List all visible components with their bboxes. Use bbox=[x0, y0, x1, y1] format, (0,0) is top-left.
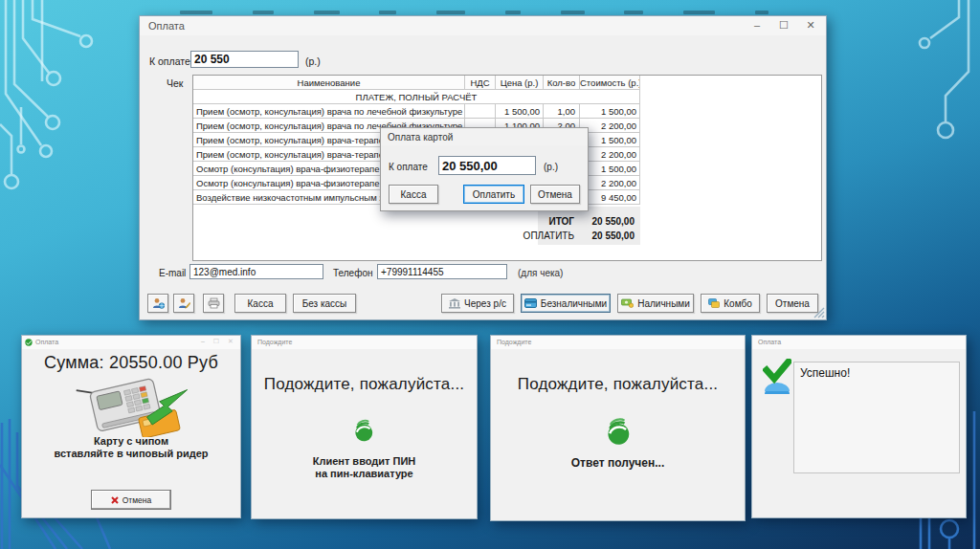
pin-status-line1: Клиент вводит ПИН bbox=[252, 455, 477, 468]
cancel-x-icon bbox=[111, 496, 119, 504]
success-window: Оплата Успешно! bbox=[751, 335, 967, 518]
payment-band-row: ПЛАТЕЖ, ПОЛНЫЙ РАСЧЁТ bbox=[193, 90, 640, 104]
amount-input[interactable] bbox=[190, 51, 299, 68]
bank-icon bbox=[449, 298, 460, 309]
terminal-window-titlebar[interactable]: Оплата – ☐ ✕ bbox=[22, 336, 240, 349]
phone-label: Телефон bbox=[333, 268, 372, 278]
success-panel: Успешно! bbox=[793, 362, 960, 473]
client-web-button[interactable] bbox=[147, 294, 168, 313]
resize-grip[interactable] bbox=[813, 307, 825, 318]
card-dialog-title: Оплата картой bbox=[388, 132, 453, 143]
close-button[interactable]: ✕ bbox=[226, 338, 235, 345]
cell-price: 1 500,00 bbox=[496, 104, 544, 119]
success-check-icon bbox=[763, 359, 791, 395]
sberbank-logo-icon bbox=[352, 418, 375, 443]
dialog-pay-button[interactable]: Оплатить bbox=[463, 185, 524, 204]
terminal-sum-text: Сумма: 20550.00 Руб bbox=[22, 353, 240, 373]
terminal-instruction-text: Карту с чипом вставляйте в чиповый ридер bbox=[22, 435, 240, 460]
success-window-title: Оплата bbox=[758, 339, 781, 345]
card-terminal-image bbox=[72, 378, 196, 437]
background-app-remnant bbox=[180, 10, 768, 14]
terminal-cancel-label: Отмена bbox=[122, 495, 152, 505]
window-title: Оплата bbox=[148, 20, 185, 32]
amount-label: К оплате bbox=[149, 55, 190, 67]
receipt-hint: (для чека) bbox=[518, 268, 563, 278]
cell-cost: 1 500,00 bbox=[580, 162, 640, 176]
close-button[interactable]: ✕ bbox=[803, 19, 818, 32]
cell-cost: 1 500,00 bbox=[580, 133, 640, 147]
wait-message: Подождите, пожалуйста... bbox=[252, 375, 477, 394]
amount-currency-label: (р.) bbox=[305, 55, 321, 67]
payment-window-titlebar[interactable]: Оплата – ☐ ✕ bbox=[140, 16, 826, 35]
client-edit-button[interactable] bbox=[173, 294, 194, 313]
dialog-kassa-label: Касса bbox=[401, 189, 427, 200]
success-message: Успешно! bbox=[794, 362, 959, 384]
sberbank-logo-icon bbox=[604, 416, 633, 447]
card-icon bbox=[524, 298, 537, 308]
otmena-button[interactable]: Отмена bbox=[767, 294, 818, 313]
kassa-button-label: Касса bbox=[248, 298, 274, 309]
total-label: ИТОГ bbox=[549, 216, 575, 227]
column-header[interactable]: Наименование bbox=[193, 76, 465, 90]
pin-status-line2: на пин-клавиатуре bbox=[252, 468, 477, 480]
response-wait-titlebar[interactable]: Подождите bbox=[491, 336, 745, 349]
response-wait-window: Подождите Подождите, пожалуйста... Ответ… bbox=[490, 335, 746, 521]
user-edit-icon bbox=[178, 297, 190, 309]
terminal-instruction-line1: Карту с чипом bbox=[22, 435, 240, 448]
dialog-kassa-button[interactable]: Касса bbox=[389, 185, 438, 204]
nalichnymi-button[interactable]: Наличными bbox=[617, 294, 694, 313]
maximize-button[interactable]: ☐ bbox=[212, 338, 221, 345]
pin-wait-title: Подождите bbox=[257, 339, 292, 345]
terminal-cancel-button[interactable]: Отмена bbox=[91, 490, 171, 510]
sberbank-icon bbox=[25, 339, 33, 346]
total-value: 20 550,00 bbox=[592, 216, 635, 227]
beznalichnymi-button-label: Безналичными bbox=[541, 298, 607, 309]
pin-status-text: Клиент вводит ПИН на пин-клавиатуре bbox=[252, 455, 477, 480]
wait-message: Подождите, пожалуйста... bbox=[491, 375, 745, 394]
column-header[interactable]: Цена (р.) bbox=[496, 76, 544, 90]
maximize-button[interactable]: ☐ bbox=[776, 19, 791, 32]
dialog-cancel-label: Отмена bbox=[538, 189, 572, 200]
cell-name: Прием (осмотр, консультация) врача по ле… bbox=[193, 104, 465, 119]
dialog-cancel-button[interactable]: Отмена bbox=[530, 185, 580, 204]
phone-input[interactable] bbox=[377, 264, 507, 279]
email-label: E-mail bbox=[159, 268, 186, 278]
response-status-text: Ответ получен... bbox=[491, 457, 745, 470]
toolbar-right: Через р/с Безналичными Наличными bbox=[441, 294, 818, 313]
dialog-amount-label: К оплате bbox=[389, 162, 428, 172]
kassa-button[interactable]: Касса bbox=[234, 294, 286, 313]
email-input[interactable] bbox=[189, 264, 323, 279]
cash-icon bbox=[621, 298, 634, 308]
dialog-pay-label: Оплатить bbox=[473, 189, 515, 200]
kombo-button[interactable]: Комбо bbox=[701, 294, 760, 313]
terminal-window: Оплата – ☐ ✕ Сумма: 20550.00 Руб bbox=[21, 335, 241, 518]
table-row[interactable]: Прием (осмотр, консультация) врача по ле… bbox=[193, 104, 640, 119]
check-label: Чек bbox=[167, 77, 183, 89]
card-dialog-titlebar[interactable]: Оплата картой bbox=[381, 128, 588, 145]
minimize-button[interactable]: – bbox=[749, 19, 765, 31]
dialog-currency-label: (р.) bbox=[544, 162, 558, 172]
toolbar-left: Касса Без кассы bbox=[147, 294, 356, 313]
printer-icon bbox=[208, 297, 220, 309]
column-header[interactable]: НДС bbox=[465, 76, 496, 90]
bez-kassy-button[interactable]: Без кассы bbox=[293, 294, 356, 313]
cell-cost: 9 450,00 bbox=[580, 190, 640, 205]
success-window-titlebar[interactable]: Оплата bbox=[752, 336, 966, 349]
response-wait-title: Подождите bbox=[497, 339, 531, 345]
minimize-button[interactable]: – bbox=[198, 338, 208, 344]
desktop-background: Оплата – ☐ ✕ К оплате (р.) Чек Наименова… bbox=[0, 0, 980, 549]
kombo-button-label: Комбо bbox=[724, 298, 751, 309]
pin-wait-titlebar[interactable]: Подождите bbox=[252, 336, 477, 349]
dialog-amount-input[interactable] bbox=[438, 156, 536, 175]
beznalichnymi-button[interactable]: Безналичными bbox=[521, 294, 611, 313]
combo-icon bbox=[708, 298, 720, 308]
cherez-rs-button-label: Через р/с bbox=[464, 298, 506, 309]
cherez-rs-button[interactable]: Через р/с bbox=[441, 294, 514, 313]
cell-cost: 2 200,00 bbox=[580, 119, 640, 133]
user-globe-icon bbox=[152, 297, 165, 309]
column-header[interactable]: Стоимость (р.) bbox=[580, 76, 640, 90]
print-button[interactable] bbox=[203, 294, 224, 313]
pin-wait-window: Подождите Подождите, пожалуйста... Клиен… bbox=[251, 335, 478, 519]
cell-cost: 2 200,00 bbox=[580, 176, 640, 190]
column-header[interactable]: Кол-во bbox=[544, 76, 580, 90]
